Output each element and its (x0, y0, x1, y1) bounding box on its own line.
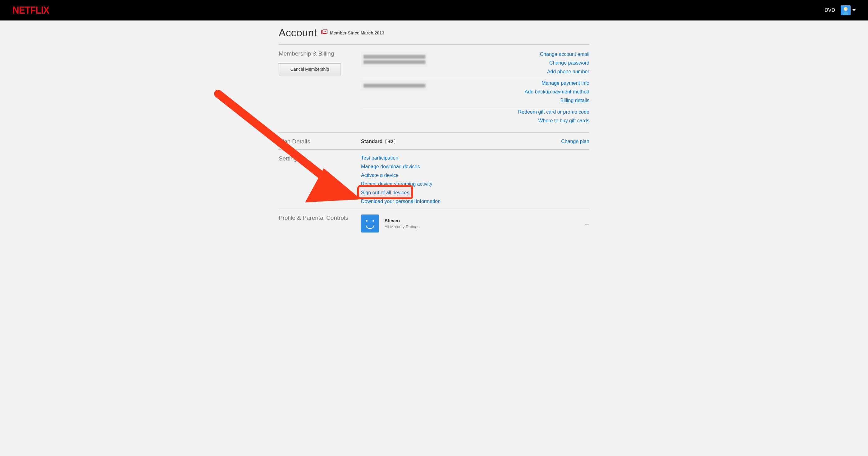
page-title: Account (279, 27, 317, 39)
manage-download-devices-link[interactable]: Manage download devices (361, 164, 420, 169)
plan-name: Standard (361, 139, 382, 144)
manage-payment-link[interactable]: Manage payment info (541, 80, 589, 86)
membership-section: Membership & Billing Cancel Membership C… (279, 44, 589, 132)
gift-card-subsection: Redeem gift card or promo code Where to … (361, 108, 589, 128)
hd-badge-icon: HD (385, 139, 395, 144)
billing-details-link[interactable]: Billing details (560, 98, 589, 103)
member-since-icon (321, 30, 328, 36)
plan-row: Standard HD (361, 139, 395, 144)
add-phone-link[interactable]: Add phone number (547, 69, 589, 74)
redeem-gift-link[interactable]: Redeem gift card or promo code (518, 109, 589, 115)
profile-maturity: All Maturity Ratings (384, 224, 420, 229)
redacted-payment-info (361, 80, 428, 91)
settings-links: Test participation Manage download devic… (361, 155, 589, 204)
main-container: Account Member Since March 2013 Membersh… (279, 21, 589, 249)
header-right: DVD (825, 5, 856, 15)
chevron-down-icon[interactable]: ⌄ (583, 220, 591, 227)
change-password-link[interactable]: Change password (549, 60, 589, 66)
svg-point-2 (845, 9, 845, 9)
recent-streaming-activity-link[interactable]: Recent device streaming activity (361, 181, 432, 187)
where-to-buy-gift-link[interactable]: Where to buy gift cards (538, 118, 589, 124)
download-personal-info-link[interactable]: Download your personal information (361, 199, 440, 204)
account-info-subsection: Change account email Change password Add… (361, 50, 589, 79)
membership-label: Membership & Billing (279, 50, 361, 57)
cancel-membership-button[interactable]: Cancel Membership (279, 63, 341, 75)
sign-out-all-devices-link[interactable]: Sign out of all devices (361, 190, 409, 196)
gift-links: Redeem gift card or promo code Where to … (518, 109, 589, 124)
payment-info-subsection: Manage payment info Add backup payment m… (361, 79, 589, 108)
top-header: NETFLIX DVD (0, 0, 868, 21)
profile-menu[interactable] (841, 5, 856, 15)
profile-label: Profile & Parental Controls (279, 215, 361, 221)
test-participation-link[interactable]: Test participation (361, 155, 398, 161)
activate-device-link[interactable]: Activate a device (361, 172, 399, 178)
dropdown-caret-icon (852, 9, 856, 11)
profile-left-col: Profile & Parental Controls (279, 215, 361, 232)
membership-left: Membership & Billing Cancel Membership (279, 50, 361, 128)
profile-section: Profile & Parental Controls Steven All M… (279, 208, 589, 237)
add-backup-payment-link[interactable]: Add backup payment method (525, 89, 589, 95)
profile-name: Steven (384, 218, 420, 223)
profile-right: Steven All Maturity Ratings ⌄ (361, 215, 589, 232)
payment-links: Manage payment info Add backup payment m… (525, 80, 589, 103)
change-email-link[interactable]: Change account email (540, 52, 589, 57)
netflix-logo[interactable]: NETFLIX (12, 4, 49, 16)
settings-left: Settings (279, 155, 361, 204)
plan-section: Plan Details Standard HD Change plan (279, 132, 589, 149)
dvd-link[interactable]: DVD (825, 7, 835, 13)
plan-right: Standard HD Change plan (361, 138, 589, 145)
account-links: Change account email Change password Add… (540, 52, 589, 74)
change-plan-link[interactable]: Change plan (561, 139, 589, 144)
avatar-icon (841, 5, 850, 15)
settings-right: Test participation Manage download devic… (361, 155, 589, 204)
profile-row[interactable]: Steven All Maturity Ratings ⌄ (361, 215, 589, 232)
svg-point-3 (846, 9, 846, 9)
plan-label: Plan Details (279, 138, 361, 145)
settings-section: Settings Test participation Manage downl… (279, 149, 589, 208)
settings-label: Settings (279, 155, 361, 162)
membership-right: Change account email Change password Add… (361, 50, 589, 128)
page-title-row: Account Member Since March 2013 (279, 27, 589, 39)
redacted-account-info (361, 52, 428, 67)
member-since-text: Member Since March 2013 (330, 30, 384, 35)
profile-info: Steven All Maturity Ratings (361, 215, 420, 232)
profile-avatar-icon (361, 215, 379, 232)
plan-left: Plan Details (279, 138, 361, 145)
member-since-badge: Member Since March 2013 (321, 30, 384, 36)
